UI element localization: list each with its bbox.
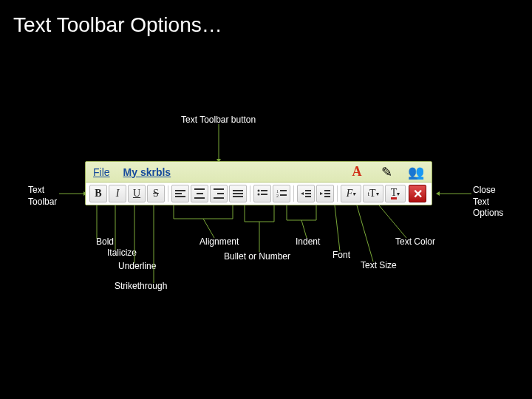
callout-bullet: Bullet or Number: [224, 251, 290, 263]
italic-button[interactable]: I: [109, 185, 126, 202]
menu-myskrbls[interactable]: My skrbls: [123, 166, 171, 178]
svg-point-6: [258, 190, 260, 192]
text-color-button[interactable]: T▾: [385, 185, 406, 202]
svg-rect-19: [324, 190, 330, 191]
indent-button[interactable]: [316, 185, 334, 202]
svg-rect-9: [261, 194, 267, 195]
svg-rect-11: [280, 190, 287, 191]
svg-marker-14: [301, 192, 304, 195]
align-left-button[interactable]: [171, 185, 189, 202]
separator: [250, 185, 250, 202]
text-size-button[interactable]: tT▾: [363, 185, 383, 202]
svg-rect-13: [280, 194, 287, 196]
separator: [337, 185, 338, 202]
svg-marker-18: [320, 192, 323, 195]
svg-rect-15: [305, 190, 311, 191]
callout-underline: Underline: [118, 261, 156, 273]
svg-rect-17: [305, 196, 311, 197]
svg-line-39: [357, 205, 373, 262]
callout-strike: Strikethrough: [115, 281, 167, 293]
callout-close-options: Close Text Options: [473, 185, 503, 219]
bullet-list-button[interactable]: [253, 185, 271, 202]
text-toolbar: File My skrbls A ✎ 👥 B I U S 12 F▾ tT▾ T…: [85, 161, 432, 205]
callout-font: Font: [332, 250, 350, 262]
align-right-button[interactable]: [210, 185, 228, 202]
align-justify-button[interactable]: [229, 185, 247, 202]
align-center-button[interactable]: [191, 185, 208, 202]
underline-button[interactable]: U: [128, 185, 146, 202]
callout-color: Text Color: [395, 236, 435, 248]
svg-line-29: [203, 219, 214, 238]
outdent-button[interactable]: [297, 185, 315, 202]
people-icon[interactable]: 👥: [408, 164, 424, 180]
menu-bar: File My skrbls A ✎ 👥: [86, 162, 432, 183]
svg-rect-16: [305, 193, 311, 194]
svg-line-37: [301, 220, 307, 238]
pencil-icon[interactable]: ✎: [378, 164, 395, 180]
svg-rect-20: [324, 193, 330, 194]
number-list-button[interactable]: 12: [273, 185, 290, 202]
svg-line-38: [335, 205, 340, 251]
font-button[interactable]: F▾: [341, 185, 361, 202]
callout-indent: Indent: [296, 236, 320, 248]
strikethrough-button[interactable]: S: [147, 185, 165, 202]
callout-size: Text Size: [361, 260, 397, 272]
svg-line-40: [379, 205, 406, 238]
callout-bold: Bold: [96, 236, 114, 248]
svg-text:2: 2: [276, 194, 279, 198]
callout-toolbar-button: Text Toolbar button: [181, 115, 256, 126]
separator: [168, 185, 168, 202]
menu-file[interactable]: File: [93, 166, 110, 178]
svg-rect-21: [324, 196, 330, 197]
callout-alignment: Alignment: [200, 236, 239, 248]
callout-italic: Italicize: [107, 248, 137, 259]
text-a-icon[interactable]: A: [349, 164, 365, 180]
separator: [293, 185, 294, 202]
slide-title: Text Toolbar Options…: [13, 13, 222, 37]
callout-text-toolbar: Text Toolbar: [28, 185, 57, 208]
svg-marker-5: [436, 191, 440, 196]
formatting-row: B I U S 12 F▾ tT▾ T▾ ✕: [86, 183, 432, 205]
svg-point-8: [258, 194, 260, 196]
close-button[interactable]: ✕: [409, 185, 426, 202]
svg-rect-7: [261, 190, 267, 191]
bold-button[interactable]: B: [89, 185, 107, 202]
